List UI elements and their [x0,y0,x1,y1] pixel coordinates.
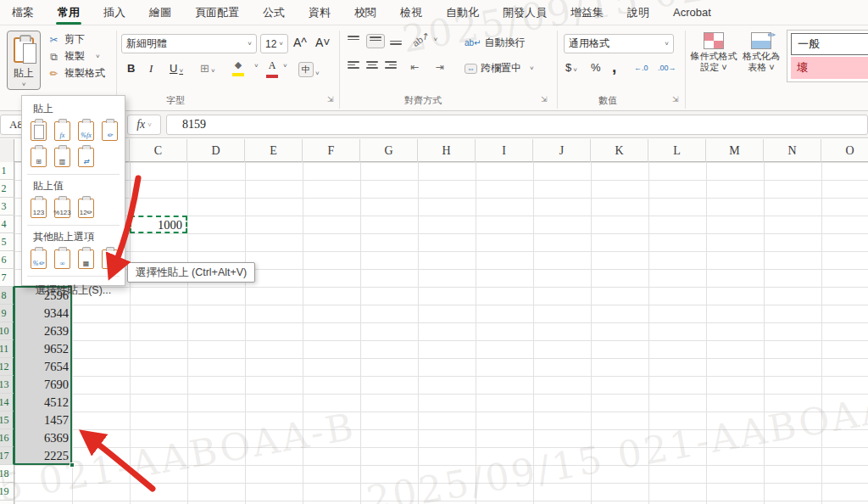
paste-option-transpose-icon[interactable]: ⇄ [78,148,94,167]
format-as-table-button[interactable]: 格式化為 表格 ˅ [737,32,785,73]
cell-style-normal[interactable]: 一般 [791,33,868,55]
menu-tab-說明[interactable]: 說明 [615,0,661,25]
align-top-button[interactable] [348,36,359,45]
paste-option-paste-icon[interactable] [31,121,47,141]
insert-function-button[interactable]: fx ˅ [127,115,161,135]
menu-tab-頁面配置[interactable]: 頁面配置 [183,0,251,25]
paste-special-menu-item[interactable]: 選擇性貼上(S)... [22,279,125,303]
row-header-2[interactable]: 2 [0,180,14,198]
paste-option-keep-fmt-icon[interactable]: ✏ [102,121,118,141]
select-all-corner[interactable] [0,139,14,162]
row-header-17[interactable]: 17 [0,447,14,465]
cell-A15[interactable]: 1457 [14,412,72,429]
align-right-button[interactable] [385,61,397,70]
orientation-button[interactable]: ab↗˅ [412,34,437,45]
paste-option-linked-picture-icon[interactable]: ⧉ [102,249,118,269]
menu-tab-Acrobat[interactable]: Acrobat [661,0,723,25]
row-header-11[interactable]: 11 [0,340,14,358]
paste-button[interactable]: 貼上 ˅ [7,31,41,90]
column-header-F[interactable]: F [303,139,360,162]
column-header-C[interactable]: C [130,139,187,162]
column-header-D[interactable]: D [187,139,245,162]
wrap-text-button[interactable]: ab↵ 自動換行 [465,36,526,50]
menu-tab-校閱[interactable]: 校閱 [342,0,388,25]
cut-button[interactable]: ✂ 剪下 [47,32,85,47]
row-header-4[interactable]: 4 [0,216,14,233]
paste-option-formulas-nf-icon[interactable]: %fx [78,121,94,141]
column-header-K[interactable]: K [591,139,648,162]
row-header-7[interactable]: 7 [0,269,14,287]
row-header-14[interactable]: 14 [0,394,14,412]
column-header-N[interactable]: N [764,139,821,162]
row-header-1[interactable]: 1 [0,162,14,180]
cell-A16[interactable]: 6369 [14,429,72,447]
paste-option-formatting-icon[interactable]: %✏ [31,249,47,269]
paste-option-no-borders-icon[interactable]: ⊞ [31,148,47,167]
row-header-5[interactable]: 5 [0,233,14,251]
column-header-L[interactable]: L [648,139,706,162]
fill-color-button[interactable]: ◆ [232,59,244,76]
menu-tab-資料[interactable]: 資料 [297,0,342,25]
conditional-formatting-button[interactable]: 條件式格式 設定 ˅ [690,32,737,73]
row-header-8[interactable]: 8 [0,287,14,305]
cell-A12[interactable]: 7654 [14,358,72,376]
fill-color-dropdown[interactable]: ˅ [254,62,259,70]
row-header-15[interactable]: 15 [0,412,14,429]
row-header-18[interactable]: 18 [0,465,14,483]
column-header-H[interactable]: H [418,139,476,162]
number-dialog-launcher[interactable]: ⇲ [672,95,679,104]
align-bottom-button[interactable] [390,36,402,45]
borders-button[interactable]: ⊞˅ [200,62,215,75]
menu-tab-開發人員[interactable]: 開發人員 [491,0,559,25]
format-painter-button[interactable]: ✏ 複製格式 [47,66,105,81]
cell-A10[interactable]: 2639 [14,322,72,340]
row-header-6[interactable]: 6 [0,251,14,269]
menu-tab-公式[interactable]: 公式 [251,0,297,25]
font-color-dropdown[interactable]: ˅ [283,62,287,70]
align-center-button[interactable] [366,61,378,70]
menu-tab-自動化[interactable]: 自動化 [434,0,491,25]
percent-button[interactable]: % [591,61,601,74]
increase-decimal-button[interactable]: ←.0 [634,64,648,72]
number-format-select[interactable]: 通用格式 ˅ [564,34,674,53]
row-header-3[interactable]: 3 [0,198,14,216]
row-header-13[interactable]: 13 [0,376,14,394]
merge-center-button[interactable]: ⇔ 跨欄置中 ˅ [465,61,534,76]
align-middle-button[interactable] [366,34,385,48]
cell-A14[interactable]: 4512 [14,394,72,412]
menu-tab-繪圖[interactable]: 繪圖 [137,0,183,25]
paste-option-values-icon[interactable]: 123 [31,199,47,218]
phonetic-button[interactable]: 中˅ [298,62,320,77]
shrink-font-button[interactable]: A˅ [315,36,331,49]
copied-cell-C4[interactable]: 1000 [130,216,187,233]
decrease-decimal-button[interactable]: .00→ [658,64,676,72]
cells-area[interactable]: 1234567891011121314151617181920259693442… [0,162,868,504]
column-header-J[interactable]: J [533,139,591,162]
cell-A17[interactable]: 2225 [14,447,72,465]
align-left-button[interactable] [348,61,359,70]
paste-option-col-widths-icon[interactable]: ▥ [54,148,70,167]
cell-A13[interactable]: 7690 [14,376,72,394]
row-header-19[interactable]: 19 [0,483,14,501]
row-header-9[interactable]: 9 [0,305,14,322]
copy-button[interactable]: ⧉ 複製 ˅ [47,49,100,64]
menu-tab-檢視[interactable]: 檢視 [388,0,434,25]
paste-option-values-fmt-icon[interactable]: 12✏ [78,199,94,218]
menu-tab-常用[interactable]: 常用 [46,0,92,25]
menu-tab-插入[interactable]: 插入 [92,0,137,25]
decrease-indent-button[interactable]: ⇤ [410,61,419,73]
column-header-G[interactable]: G [360,139,418,162]
row-header-16[interactable]: 16 [0,429,14,447]
column-header-I[interactable]: I [476,139,533,162]
row-header-10[interactable]: 10 [0,322,14,340]
paste-option-values-nf-icon[interactable]: %123 [54,199,70,218]
worksheet-grid[interactable]: ABCDEFGHIJKLMNO 123456789101112131415161… [0,139,868,504]
paste-option-formulas-icon[interactable]: fx [54,121,70,141]
paste-option-link-icon[interactable]: ∞ [54,249,70,269]
grow-font-button[interactable]: A^ [293,36,307,49]
row-header-12[interactable]: 12 [0,358,14,376]
italic-button[interactable]: I [149,62,153,76]
cell-A11[interactable]: 9652 [14,340,72,358]
row-header-20[interactable]: 20 [0,501,14,504]
paste-option-picture-icon[interactable]: ▦ [78,249,94,269]
